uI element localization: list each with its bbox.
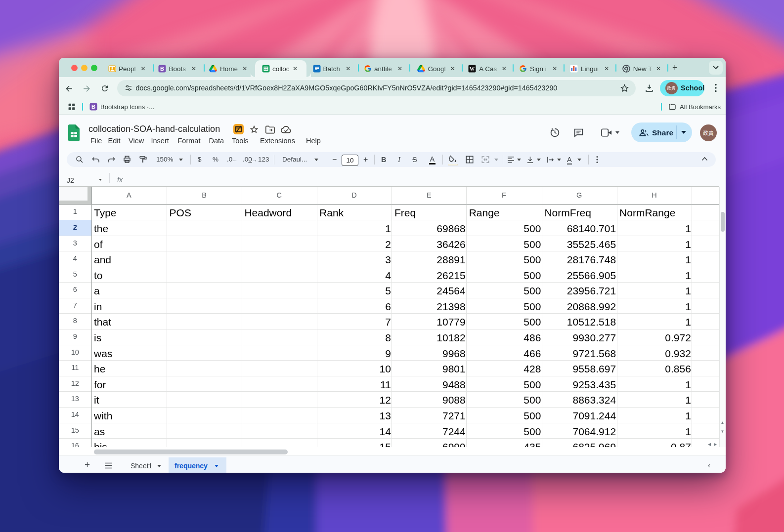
svg-text:B: B [91, 104, 95, 110]
svg-text:B: B [160, 66, 164, 72]
svg-text:W: W [470, 66, 475, 72]
